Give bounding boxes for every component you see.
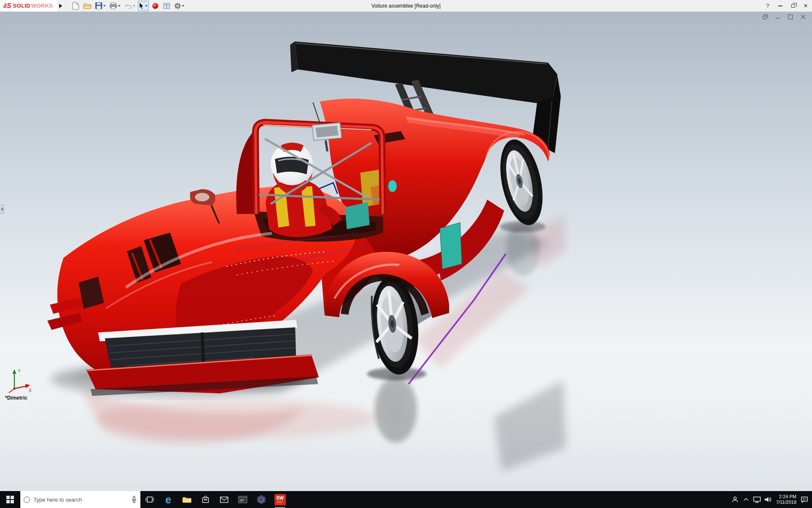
- minimize-button[interactable]: [774, 0, 787, 11]
- undo-button[interactable]: [123, 1, 137, 11]
- ds-logo-icon: ∂S: [3, 2, 11, 10]
- action-center-button[interactable]: [799, 491, 810, 508]
- panel-flyout-tab[interactable]: [0, 204, 4, 214]
- file-explorer-icon: [182, 496, 192, 503]
- volume-button[interactable]: [763, 491, 774, 508]
- x-axis-icon: [14, 386, 26, 389]
- orientation-triad[interactable]: Y X: [5, 367, 35, 398]
- windows-logo-icon: [6, 496, 14, 503]
- y-axis-label: Y: [18, 369, 21, 373]
- undo-dropdown-caret[interactable]: [133, 5, 135, 7]
- appearance-sphere-icon: [152, 3, 159, 9]
- hexagon-app-icon: [257, 495, 266, 504]
- doc-maximize-button[interactable]: [787, 14, 793, 19]
- solidworks-2017-icon: SW 2017: [274, 494, 286, 505]
- user-icon: [732, 496, 738, 503]
- options-button[interactable]: [173, 1, 186, 11]
- flyout-arrow-icon: [59, 4, 62, 8]
- clock-date: 7/11/2018: [776, 500, 796, 505]
- select-cursor-icon: [139, 3, 144, 9]
- save-icon: [95, 2, 102, 9]
- save-button[interactable]: [94, 1, 107, 11]
- chevron-up-icon: [743, 498, 749, 501]
- edge-icon: e: [165, 494, 171, 505]
- brand-solid-text: SOLID: [13, 3, 30, 9]
- evaluate-report-button[interactable]: [162, 1, 172, 11]
- new-document-icon: [72, 2, 79, 10]
- start-button[interactable]: [0, 491, 20, 508]
- doc-close-icon: [801, 14, 806, 19]
- window-title: Voiture assemblee [Read-only]: [169, 3, 643, 9]
- edge-button[interactable]: e: [159, 491, 178, 508]
- save-dropdown-caret[interactable]: [103, 5, 106, 7]
- appearance-button[interactable]: [150, 1, 160, 11]
- tray-user-button[interactable]: [730, 491, 741, 508]
- doc-maximize-icon: [788, 14, 793, 19]
- brand-works-text: WORKS: [31, 3, 53, 9]
- store-button[interactable]: [196, 491, 215, 508]
- solidworks-window: ∂S SOLID WORKS: [0, 0, 812, 508]
- undo-icon: [124, 3, 132, 9]
- print-dropdown-caret[interactable]: [118, 5, 121, 7]
- doc-restore-button[interactable]: [762, 14, 768, 19]
- doc-minimize-icon: [775, 14, 780, 19]
- document-window-controls: [762, 14, 806, 19]
- minimize-icon: [778, 6, 782, 6]
- driver[interactable]: [266, 143, 342, 237]
- system-tray: 2:24 PM 7/11/2018: [730, 491, 812, 508]
- open-icon: [83, 3, 91, 9]
- app-window-icon: [238, 496, 247, 503]
- title-bar: ∂S SOLID WORKS: [0, 0, 812, 12]
- search-icon: [24, 497, 30, 503]
- close-button[interactable]: ✕: [799, 0, 812, 11]
- taskbar-search[interactable]: [20, 491, 140, 508]
- options-gear-icon: [174, 3, 181, 9]
- options-dropdown-caret[interactable]: [182, 5, 184, 7]
- help-button[interactable]: ?: [761, 0, 774, 11]
- window-controls: ? ✕: [761, 0, 812, 11]
- menu-flyout-button[interactable]: [57, 0, 64, 11]
- restore-button[interactable]: [787, 0, 799, 11]
- cyan-detail: [388, 180, 397, 192]
- graphics-area[interactable]: Y X *Dimetric: [0, 12, 812, 491]
- windows-taskbar: e: [0, 491, 812, 508]
- network-icon: [753, 496, 761, 503]
- open-button[interactable]: [82, 1, 93, 11]
- task-view-button[interactable]: [140, 491, 159, 508]
- restore-icon: [791, 4, 795, 8]
- select-dropdown-caret[interactable]: [145, 5, 148, 7]
- x-axis-label: X: [29, 388, 32, 393]
- solidworks-taskbar-button[interactable]: SW 2017: [271, 491, 289, 508]
- solidworks-logo: ∂S SOLID WORKS: [0, 0, 57, 11]
- quick-access-toolbar: [71, 0, 186, 11]
- new-document-button[interactable]: [71, 1, 81, 11]
- file-explorer-button[interactable]: [178, 491, 196, 508]
- taskbar-search-input[interactable]: [33, 497, 128, 503]
- microphone-icon[interactable]: [131, 496, 137, 503]
- select-tool-button[interactable]: [138, 1, 149, 11]
- hexagon-app-button[interactable]: [252, 491, 271, 508]
- evaluate-report-icon: [163, 3, 170, 9]
- clock-time: 2:24 PM: [776, 494, 796, 500]
- race-car-model[interactable]: [0, 12, 812, 491]
- chevron-left-icon: [1, 207, 3, 211]
- antenna: [313, 102, 320, 123]
- mail-button[interactable]: [215, 491, 233, 508]
- print-icon: [110, 3, 117, 9]
- doc-close-button[interactable]: [800, 14, 806, 19]
- mail-icon: [220, 497, 228, 503]
- network-button[interactable]: [752, 491, 763, 508]
- doc-restore-icon: [763, 14, 768, 19]
- task-view-icon: [145, 495, 154, 504]
- hidden-icons-button[interactable]: [741, 491, 752, 508]
- z-axis-icon: [9, 389, 14, 393]
- doc-minimize-button[interactable]: [775, 14, 781, 19]
- speaker-icon: [764, 496, 772, 503]
- action-center-icon: [801, 496, 808, 503]
- taskbar-clock[interactable]: 2:24 PM 7/11/2018: [774, 494, 799, 505]
- store-icon: [202, 495, 209, 504]
- view-orientation-label: *Dimetric: [5, 395, 27, 401]
- snipping-window-button[interactable]: [233, 491, 252, 508]
- print-button[interactable]: [108, 1, 122, 11]
